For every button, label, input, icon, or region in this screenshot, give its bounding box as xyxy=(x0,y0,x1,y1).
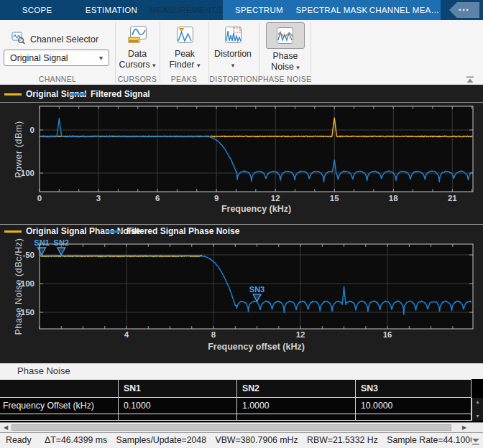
x-tick-label: 0 xyxy=(37,194,42,202)
peak-finder-button-line2[interactable]: Finder ▾ xyxy=(170,60,201,70)
table-row-partial xyxy=(356,414,472,421)
data-cursors-button-line2[interactable]: Cursors ▾ xyxy=(119,60,156,70)
legend-item-filtered-signal[interactable]: Filtered Signal xyxy=(69,88,150,101)
collapse-ribbon-icon[interactable] xyxy=(464,75,476,83)
table-vertical-scrollbar[interactable]: ▲ ▼ xyxy=(472,398,483,421)
y-axis-label: Power (dBm) xyxy=(14,121,24,178)
channel-dropdown[interactable]: Original Signal ▾ xyxy=(4,50,109,66)
table-cell-sn2-offset[interactable]: 1.0000 xyxy=(237,398,356,414)
tab-scope[interactable]: SCOPE xyxy=(0,0,74,20)
table-row-partial xyxy=(237,414,356,421)
distortion-icon[interactable] xyxy=(224,25,243,45)
distortion-button[interactable]: Distortion xyxy=(214,49,252,59)
table-row-label: Frequency Offset (kHz) xyxy=(0,398,119,414)
legend-label: Filtered Signal Phase Noise xyxy=(126,226,239,236)
table-col-header-sn1: SN1 xyxy=(119,379,237,398)
group-label-cursors: CURSORS xyxy=(118,75,157,83)
scroll-down-icon[interactable]: ▼ xyxy=(472,414,483,419)
x-tick-label: 4 xyxy=(124,330,129,339)
tab-estimation[interactable]: ESTIMATION xyxy=(74,0,148,20)
channel-selector-icon[interactable] xyxy=(12,32,26,47)
tab-group-right: SPECTRUM SPECTRAL MASK CHANNEL MEA… xyxy=(223,0,441,20)
status-expand-icon[interactable] xyxy=(472,437,480,447)
x-tick-label: 12 xyxy=(296,330,305,339)
group-separator xyxy=(259,22,259,83)
y-tick-label: -50 xyxy=(22,251,34,259)
table-col-header-sn2: SN2 xyxy=(237,379,356,398)
tab-spectrum[interactable]: SPECTRUM xyxy=(223,0,295,20)
status-samples-update: Samples/Update=2048 xyxy=(116,435,206,445)
y-tick-label: 0 xyxy=(30,126,34,134)
distortion-button-arrow[interactable]: ▾ xyxy=(231,60,235,70)
data-cursors-button[interactable]: Data xyxy=(128,49,147,59)
x-axis-label: Frequency (kHz) xyxy=(221,204,291,214)
status-measurements: ΔT=46.4399 ms Samples/Update=2048 VBW=38… xyxy=(45,435,472,445)
table-row-partial xyxy=(119,414,237,421)
spectrum-analyzer-window: SCOPE ESTIMATION MEASUREMENTS SPECTRUM S… xyxy=(0,0,483,448)
group-separator xyxy=(310,22,311,83)
channel-dropdown-value: Original Signal xyxy=(10,53,99,63)
table-col-header xyxy=(0,379,119,398)
table-cell-sn3-offset[interactable]: 10.0000 xyxy=(356,398,472,414)
more-tabs-button[interactable]: ••• xyxy=(449,2,479,18)
status-vbw: VBW=380.7906 mHz xyxy=(215,435,298,445)
separator-line xyxy=(0,102,483,103)
peak-finder-icon[interactable] xyxy=(175,25,195,45)
x-tick-label: 9 xyxy=(214,194,218,202)
tab-bar-corner: ••• xyxy=(441,0,483,20)
group-label-channel: CHANNEL xyxy=(39,75,76,83)
tab-bar: SCOPE ESTIMATION MEASUREMENTS SPECTRUM S… xyxy=(0,0,483,20)
chevron-down-icon: ▾ xyxy=(296,64,300,71)
data-cursors-icon[interactable] xyxy=(128,25,147,45)
dropdown-caret-icon: ▾ xyxy=(99,54,103,62)
tab-group-left: SCOPE ESTIMATION MEASUREMENTS xyxy=(0,0,223,20)
group-label-peaks: PEAKS xyxy=(171,75,198,83)
phase-noise-button-label[interactable]: Phase xyxy=(273,51,298,61)
status-sample-rate: Sample Rate=44.1000 kHz xyxy=(387,435,472,445)
status-delta-t: ΔT=46.4399 ms xyxy=(45,435,107,445)
group-label-distortion: DISTORTION xyxy=(209,75,257,83)
legend-line-swatch xyxy=(105,230,122,233)
phase-noise-button-line2[interactable]: Noise ▾ xyxy=(271,62,299,72)
chevron-down-icon: ▾ xyxy=(231,62,235,69)
legend-line-swatch xyxy=(4,93,22,95)
chevron-down-icon: ▾ xyxy=(197,62,201,69)
x-tick-label: 8 xyxy=(211,330,216,339)
phase-noise-table: SN1 SN2 SN3 Frequency Offset (kHz) 0.100… xyxy=(0,379,483,422)
group-separator xyxy=(208,22,209,83)
phase-noise-icon[interactable] xyxy=(275,26,295,45)
table-col-header-sn3: SN3 xyxy=(356,379,472,398)
x-tick-label: 3 xyxy=(96,194,101,202)
status-ready: Ready xyxy=(6,435,32,445)
table-row-partial xyxy=(0,414,119,421)
x-axis-label: Frequency offset (kHz) xyxy=(208,342,305,352)
status-rbw: RBW=21.5332 Hz xyxy=(307,435,378,445)
scroll-right-icon[interactable]: ▶ xyxy=(460,424,469,431)
horizontal-scroll-thumb[interactable] xyxy=(12,424,451,431)
phase-noise-chart-legend: Original Signal Phase NoiseFiltered Sign… xyxy=(0,225,483,238)
channel-selector-label[interactable]: Channel Selector xyxy=(30,34,98,45)
chevron-down-icon: ▾ xyxy=(152,62,156,69)
x-tick-label: 16 xyxy=(383,330,392,339)
group-separator xyxy=(115,22,116,83)
x-tick-label: 18 xyxy=(389,194,398,202)
tab-measurements[interactable]: MEASUREMENTS xyxy=(149,0,223,20)
table-horizontal-scrollbar[interactable]: ◀ ▶ xyxy=(0,422,483,432)
power-chart-legend: Original SignalFiltered Signal xyxy=(0,88,483,101)
y-axis-label: Phase Noise (dBc/Hz) xyxy=(14,238,24,335)
scroll-up-icon[interactable]: ▲ xyxy=(472,399,483,405)
legend-item-filtered-signal-phase-noise[interactable]: Filtered Signal Phase Noise xyxy=(105,225,239,238)
scroll-left-icon[interactable]: ◀ xyxy=(1,424,10,431)
phase-noise-panel-title: Phase Noise xyxy=(0,363,483,379)
peak-finder-button[interactable]: Peak xyxy=(175,49,195,59)
legend-label: Filtered Signal xyxy=(91,89,150,99)
x-tick-label: 6 xyxy=(155,194,160,202)
x-tick-label: 15 xyxy=(330,194,339,202)
group-label-phase-noise: PHASE NOISE xyxy=(258,75,312,83)
tab-channel-measurements[interactable]: CHANNEL MEA… xyxy=(368,0,441,20)
legend-line-swatch xyxy=(4,230,22,233)
table-cell-sn1-offset[interactable]: 0.1000 xyxy=(119,398,237,414)
group-separator xyxy=(160,22,160,83)
tab-spectral-mask[interactable]: SPECTRAL MASK xyxy=(295,0,368,20)
x-tick-label: 21 xyxy=(448,194,457,202)
